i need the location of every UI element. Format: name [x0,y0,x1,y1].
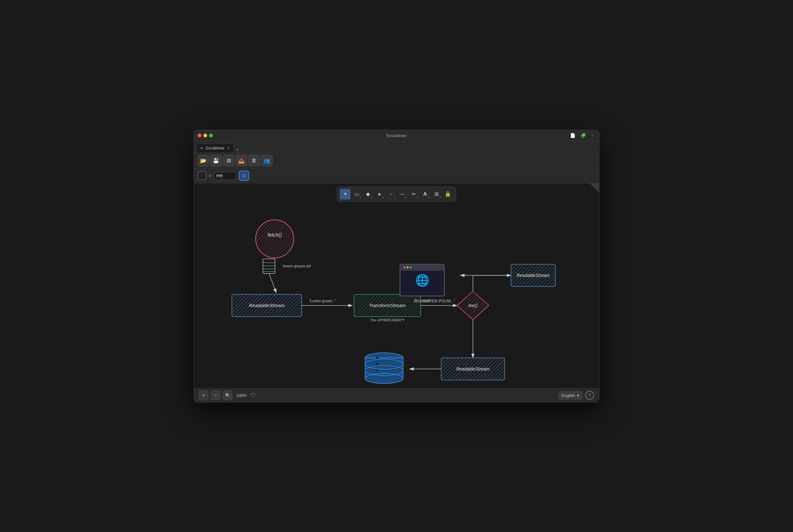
svg-text:Browser: Browser [414,298,431,303]
svg-point-48 [376,369,379,372]
export-image-button[interactable]: 🖼 [223,155,234,166]
open-button[interactable]: 📂 [198,155,209,166]
diagram-svg: fetch() lorem-ipsum.txt ReadableStream "… [213,203,562,388]
hash-label: # [209,173,212,178]
rectangle-tool[interactable]: ▭ 2 [351,189,362,200]
bottom-bar: + − 🔍 100% 🛡 English ▾ ? [194,388,599,402]
pencil-tool[interactable]: ✏ 7 [408,189,419,200]
svg-line-13 [269,273,276,293]
bottom-left: + − 🔍 100% 🛡 [199,391,256,400]
settings-button[interactable]: ⚙ [239,171,249,181]
zoom-level: 100% [235,393,248,398]
lock-tool[interactable]: 🔒 [443,189,453,200]
export-button[interactable]: 📤 [236,155,247,166]
title-bar: Excalidraw 📄 🧩 ⋮ [194,130,599,141]
tab-favicon: ✏ [200,146,203,150]
file-toolbar: 📂 💾 🖼 📤 🗑 👥 [194,153,599,169]
svg-text:lorem-ipsum.txt: lorem-ipsum.txt [283,264,311,268]
color-swatch[interactable] [198,171,207,180]
ellipse-tool[interactable]: ● 4 [374,189,385,200]
chevron-down-icon: ▾ [577,393,579,398]
extension-icon[interactable]: 🧩 [580,133,586,138]
arrow-tool[interactable]: → 5 [385,189,396,200]
save-button[interactable]: 💾 [210,155,222,166]
svg-text:ReadableStream: ReadableStream [456,366,489,372]
tab-label: Excalidraw [206,146,224,150]
svg-point-32 [404,266,405,268]
svg-text:tee(): tee() [468,303,478,308]
share-button[interactable]: 👥 [261,155,272,166]
main-toolbar: ✦ 1 ▭ 2 ◆ 3 ● 4 → 5 — 6 [337,187,456,202]
line-icon: — [400,191,405,197]
window-title: Excalidraw [387,133,407,138]
title-bar-icons: 📄 🧩 ⋮ [570,133,595,138]
text-tool[interactable]: A 8 [420,189,430,200]
close-button[interactable] [198,134,201,137]
help-button[interactable]: ? [585,391,594,400]
canvas-area[interactable]: ✦ 1 ▭ 2 ◆ 3 ● 4 → 5 — 6 [194,183,599,388]
shield-icon: 🛡 [250,392,256,399]
traffic-lights [198,134,213,137]
language-label: English [561,393,575,398]
secondary-toolbar: # ⚙ [194,169,599,183]
maximize-button[interactable] [209,134,213,137]
new-tab-button[interactable]: + [236,147,238,153]
zoom-out-button[interactable]: − [211,391,220,400]
svg-point-47 [376,363,379,365]
svg-text:ReadableStream: ReadableStream [249,303,285,308]
pencil-icon: ✏ [412,191,416,197]
corner-decoration [590,183,599,193]
color-input[interactable] [214,172,236,180]
rectangle-icon: ▭ [354,191,359,197]
language-selector[interactable]: English ▾ [559,392,582,399]
svg-point-5 [256,220,294,258]
svg-text:The UPPERCASER™: The UPPERCASER™ [370,318,405,322]
svg-point-33 [407,266,409,268]
svg-text:🌐: 🌐 [415,273,429,287]
svg-point-34 [410,266,412,268]
lock-icon: 🔒 [445,191,451,197]
line-tool[interactable]: — 6 [397,189,408,200]
tab-bar: ✏ Excalidraw ✕ + [194,141,599,153]
arrow-icon: → [388,191,393,197]
image-tool[interactable]: ⊞ 9 [431,189,442,200]
svg-text:ReadableStream: ReadableStream [517,273,550,278]
text-icon: A [423,191,427,197]
image-icon: ⊞ [434,191,439,197]
active-tab[interactable]: ✏ Excalidraw ✕ [196,144,234,153]
svg-point-43 [365,373,403,383]
tab-close-button[interactable]: ✕ [227,146,230,150]
mac-window: Excalidraw 📄 🧩 ⋮ ✏ Excalidraw ✕ + 📂 💾 🖼 … [193,130,600,403]
delete-button[interactable]: 🗑 [248,155,260,166]
ellipse-icon: ● [378,191,381,197]
svg-text:TransformStream: TransformStream [369,303,406,308]
diamond-icon: ◆ [366,191,370,197]
bottom-right: English ▾ ? [559,391,594,400]
zoom-in-button[interactable]: + [199,391,208,400]
minimize-button[interactable] [203,134,207,137]
document-icon[interactable]: 📄 [570,133,575,138]
svg-point-46 [376,357,379,359]
selection-tool[interactable]: ✦ 1 [340,189,350,200]
menu-icon[interactable]: ⋮ [591,133,595,138]
selection-icon: ✦ [343,191,347,197]
svg-rect-7 [263,259,275,273]
svg-text:"Lorem ipsum..": "Lorem ipsum.." [309,299,336,303]
diamond-tool[interactable]: ◆ 3 [363,189,373,200]
zoom-reset-button[interactable]: 🔍 [223,391,233,400]
svg-text:fetch(): fetch() [267,232,282,238]
